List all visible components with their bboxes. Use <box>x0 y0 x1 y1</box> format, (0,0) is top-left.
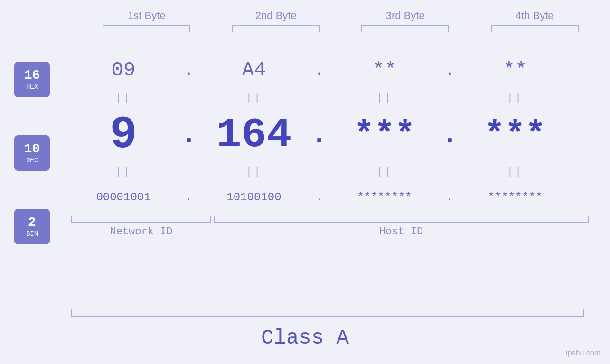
hex-row: 09 . A4 . ** . ** <box>71 51 589 89</box>
bin-dot-2: . <box>306 191 332 204</box>
bottom-brackets <box>71 216 589 223</box>
dec-row: 9 . 164 . *** . *** <box>71 106 589 163</box>
network-id-label: Network ID <box>71 226 211 238</box>
watermark: ipshu.com <box>566 349 601 357</box>
bracket-top-1 <box>82 25 212 32</box>
hex-dot-3: . <box>437 61 463 80</box>
bin-b3: ******** <box>332 191 437 204</box>
bin-b4: ******** <box>463 191 567 204</box>
main-container: 1st Byte 2nd Byte 3rd Byte 4th Byte 16 H… <box>0 0 610 364</box>
hex-b1: 09 <box>71 59 176 82</box>
host-id-label: Host ID <box>214 226 589 238</box>
equals-row-1: || || || || <box>71 89 589 106</box>
top-brackets <box>82 25 600 32</box>
bin-b1: 00001001 <box>71 191 176 204</box>
hex-dot-2: . <box>306 61 332 80</box>
hex-dot-1: . <box>176 61 202 80</box>
badge-column: 16 HEX 10 DEC 2 BIN <box>14 62 50 244</box>
bin-row: 00001001 . 10100100 . ******** . *******… <box>71 180 589 214</box>
equals-row-2: || || || || <box>71 163 589 180</box>
hex-b3: ** <box>332 59 437 82</box>
dec-dot-3: . <box>437 119 463 151</box>
bin-b2: 10100100 <box>202 191 306 204</box>
bracket-top-3 <box>341 25 470 32</box>
byte-header-1: 1st Byte <box>94 9 199 22</box>
dec-b1: 9 <box>71 109 176 161</box>
hex-b2: A4 <box>202 59 306 82</box>
eq2-b4: || <box>463 166 567 178</box>
badge-dec: 10 DEC <box>14 135 50 171</box>
badge-bin: 2 BIN <box>14 209 50 244</box>
eq2-b2: || <box>202 166 306 178</box>
bracket-bottom-network <box>71 216 211 223</box>
rows-container: 09 . A4 . ** . ** || <box>71 51 593 238</box>
eq2-b3: || <box>332 166 437 178</box>
badge-hex: 16 HEX <box>14 62 50 97</box>
byte-header-3: 3rd Byte <box>353 9 458 22</box>
class-label: Class A <box>0 326 610 350</box>
dec-b4: *** <box>463 115 567 154</box>
bin-dot-1: . <box>176 191 202 204</box>
hex-b4: ** <box>463 59 567 82</box>
dec-dot-1: . <box>176 119 202 151</box>
bracket-top-2 <box>211 25 341 32</box>
dec-b2: 164 <box>202 112 306 159</box>
bottom-full-bracket <box>71 309 584 317</box>
byte-headers-row: 1st Byte 2nd Byte 3rd Byte 4th Byte <box>82 9 600 22</box>
bracket-top-4 <box>470 25 600 32</box>
dec-b3: *** <box>332 115 437 154</box>
dec-dot-2: . <box>306 119 332 151</box>
byte-header-2: 2nd Byte <box>224 9 328 22</box>
eq1-b2: || <box>202 92 306 104</box>
id-labels: Network ID Host ID <box>71 226 589 238</box>
bracket-bottom-host <box>214 216 589 223</box>
eq2-b1: || <box>71 166 176 178</box>
eq1-b3: || <box>332 92 437 104</box>
eq1-b1: || <box>71 92 176 104</box>
bin-dot-3: . <box>437 191 463 204</box>
eq1-b4: || <box>463 92 567 104</box>
byte-header-4: 4th Byte <box>482 9 587 22</box>
